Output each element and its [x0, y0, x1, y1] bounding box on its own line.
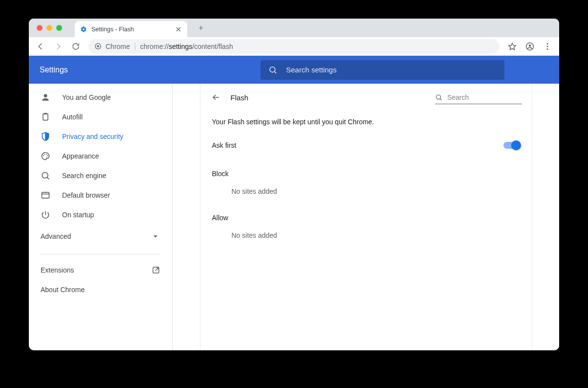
settings-gear-icon [80, 25, 87, 33]
palette-icon [41, 151, 50, 161]
settings-header: Settings [29, 56, 559, 84]
svg-rect-16 [42, 192, 49, 198]
open-in-new-icon [152, 266, 160, 274]
close-tab-button[interactable] [174, 25, 182, 33]
allow-section-heading: Allow [200, 200, 532, 224]
browser-toolbar: Chrome chrome://settings/content/flash [29, 37, 559, 56]
panel-title: Flash [231, 93, 249, 102]
sidebar-advanced-label: Advanced [41, 232, 71, 240]
svg-point-14 [47, 155, 48, 156]
settings-body: You and Google Autofill Privacy and secu… [29, 84, 559, 350]
svg-point-3 [529, 44, 531, 46]
content-panel: Flash Your Flash settings will be kept u… [200, 84, 532, 350]
window-minimize-button[interactable] [46, 25, 52, 31]
sidebar-advanced-toggle[interactable]: Advanced [29, 225, 172, 248]
svg-point-18 [436, 94, 440, 99]
sidebar-item-label: Privacy and security [62, 133, 123, 140]
ask-first-toggle[interactable] [503, 142, 520, 149]
panel-search[interactable] [435, 91, 522, 104]
svg-point-13 [46, 154, 47, 155]
url-text: chrome://settings/content/flash [140, 43, 233, 50]
power-icon [41, 210, 50, 220]
window-controls [29, 25, 70, 31]
nav-back-button[interactable] [33, 39, 48, 54]
page-title: Settings [40, 66, 68, 74]
browser-window: Settings - Flash Chrome chrome://setting… [29, 19, 559, 350]
panel-header: Flash [200, 84, 532, 111]
svg-point-15 [42, 172, 48, 178]
svg-rect-9 [43, 114, 48, 120]
svg-point-4 [547, 43, 548, 45]
search-icon [435, 93, 442, 102]
sidebar-item-about-chrome[interactable]: About Chrome [29, 280, 172, 299]
site-identity: Chrome [94, 43, 135, 50]
block-section-heading: Block [200, 156, 532, 180]
window-close-button[interactable] [37, 25, 43, 31]
svg-point-6 [547, 48, 548, 49]
profile-avatar-button[interactable] [522, 39, 538, 54]
sidebar-item-label: You and Google [62, 93, 111, 101]
block-empty-text: No sites added [200, 180, 532, 200]
settings-search-input[interactable] [286, 66, 497, 74]
svg-point-7 [270, 67, 275, 72]
svg-point-1 [97, 45, 99, 47]
flash-notice: Your Flash settings will be kept until y… [200, 111, 532, 135]
chrome-icon [94, 43, 102, 50]
panel-back-button[interactable] [210, 91, 222, 103]
svg-point-11 [43, 155, 44, 156]
sidebar-separator [41, 254, 160, 254]
sidebar-item-privacy-and-security[interactable]: Privacy and security [29, 127, 172, 146]
toggle-knob [511, 140, 521, 150]
address-bar[interactable]: Chrome chrome://settings/content/flash [88, 39, 500, 54]
site-identity-label: Chrome [106, 43, 130, 50]
bookmark-star-button[interactable] [504, 39, 520, 54]
browser-menu-button[interactable] [540, 39, 555, 54]
search-icon [268, 65, 277, 75]
sidebar-item-extensions[interactable]: Extensions [29, 260, 172, 280]
sidebar-item-autofill[interactable]: Autofill [29, 107, 172, 127]
new-tab-button[interactable] [194, 21, 208, 35]
sidebar-item-on-startup[interactable]: On startup [29, 205, 172, 225]
window-maximize-button[interactable] [56, 25, 62, 31]
browser-window-icon [41, 190, 50, 200]
sidebar-item-default-browser[interactable]: Default browser [29, 185, 172, 205]
sidebar-item-label: Default browser [62, 191, 110, 199]
svg-point-12 [44, 154, 45, 155]
svg-point-8 [44, 94, 47, 97]
ask-first-label: Ask first [212, 141, 237, 149]
tab-strip: Settings - Flash [29, 19, 559, 37]
sidebar-item-appearance[interactable]: Appearance [29, 146, 172, 166]
nav-forward-button[interactable] [50, 39, 66, 54]
sidebar: You and Google Autofill Privacy and secu… [29, 84, 173, 350]
panel-search-input[interactable] [447, 93, 522, 101]
search-icon [41, 171, 50, 181]
settings-search[interactable] [261, 60, 504, 80]
clipboard-icon [41, 112, 50, 122]
sidebar-item-search-engine[interactable]: Search engine [29, 166, 172, 185]
person-icon [41, 92, 50, 102]
svg-rect-10 [44, 113, 47, 114]
nav-reload-button[interactable] [68, 39, 84, 54]
sidebar-item-label: Autofill [62, 113, 83, 121]
shield-icon [41, 132, 50, 141]
sidebar-item-you-and-google[interactable]: You and Google [29, 88, 172, 107]
sidebar-item-label: Search engine [62, 172, 106, 180]
svg-point-5 [547, 46, 548, 47]
sidebar-item-label: About Chrome [41, 286, 85, 294]
tab-title: Settings - Flash [91, 26, 134, 33]
sidebar-item-label: Appearance [62, 152, 99, 160]
chevron-down-icon [151, 231, 160, 241]
sidebar-item-label: Extensions [41, 266, 74, 274]
allow-empty-text: No sites added [200, 224, 532, 244]
ask-first-row: Ask first [200, 135, 532, 156]
browser-tab[interactable]: Settings - Flash [75, 21, 187, 38]
main-area: Flash Your Flash settings will be kept u… [173, 84, 559, 350]
sidebar-item-label: On startup [62, 211, 94, 219]
